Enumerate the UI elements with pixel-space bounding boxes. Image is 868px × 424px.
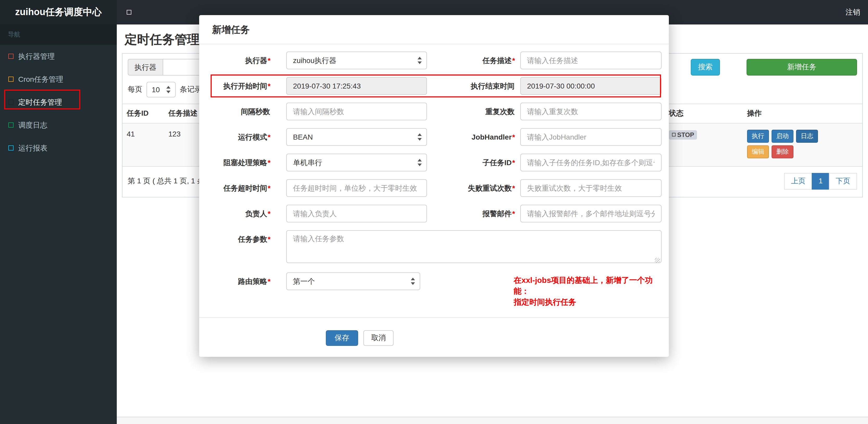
sidebar-item-label: 运行报表: [18, 136, 48, 159]
end-time-input[interactable]: [520, 77, 661, 95]
square-icon: [8, 54, 13, 59]
run-mode-select[interactable]: BEAN: [286, 128, 427, 146]
status-badge: STOP: [669, 130, 697, 139]
alarm-email-label: 报警邮件*: [427, 205, 515, 222]
timeout-label: 任务超时时间*: [212, 179, 271, 197]
start-time-label: 执行开始时间*: [212, 77, 271, 95]
add-task-modal: 新增任务 执行器* zuihou执行器 任务描述* 执行开始时间*: [199, 15, 669, 357]
column-header-status[interactable]: 状态: [665, 104, 743, 123]
job-param-label: 任务参数*: [212, 230, 271, 248]
current-page-button[interactable]: 1: [812, 173, 830, 190]
delete-button[interactable]: 删除: [772, 145, 794, 158]
start-button[interactable]: 启动: [772, 130, 794, 143]
prev-page-button[interactable]: 上页: [784, 173, 812, 190]
job-param-textarea[interactable]: [286, 230, 661, 263]
sidebar-item-label: 调度日志: [18, 113, 48, 136]
job-handler-label: JobHandler*: [427, 128, 515, 146]
route-strategy-label: 路由策略*: [212, 272, 271, 290]
sidebar-item-dispatch-log[interactable]: 调度日志: [0, 113, 117, 136]
square-icon: [8, 99, 13, 105]
select-arrows-icon: [417, 133, 422, 141]
block-strategy-label: 阻塞处理策略*: [212, 154, 271, 171]
executor-select[interactable]: zuihou执行器: [286, 52, 427, 69]
start-time-input[interactable]: [286, 77, 427, 95]
sidebar-item-label: 定时任务管理: [18, 91, 62, 113]
select-arrows-icon: [410, 277, 416, 286]
app-root: zuihou任务调度中心 注销 导航 执行器管理 Cron任务管理 定时任务管理…: [0, 0, 868, 424]
feature-note-line1: 在xxl-jobs项目的基础上，新增了一个功能：: [514, 274, 661, 296]
page-size-value: 10: [152, 86, 160, 94]
feature-note-line2: 指定时间执行任务: [514, 296, 661, 307]
square-icon: [8, 145, 13, 151]
page-size-select[interactable]: 10: [147, 82, 176, 97]
brand-logo[interactable]: zuihou任务调度中心: [0, 0, 117, 25]
square-icon: [8, 122, 13, 128]
executor-label: 执行器*: [212, 52, 271, 69]
sidebar-section-label: 导航: [0, 25, 117, 45]
fail-retry-label: 失败重试次数*: [427, 179, 515, 197]
cell-task-id: 41: [123, 123, 164, 166]
end-time-label: 执行结束时间: [427, 77, 515, 95]
child-job-id-label: 子任务ID*: [427, 154, 515, 171]
cell-actions: 执行 启动 日志 编辑 删除: [743, 123, 862, 166]
length-suffix-label: 条记录: [180, 85, 202, 94]
select-arrows-icon: [417, 158, 422, 167]
pagination: 上页 1 下页: [784, 173, 857, 190]
sidebar-item-label: 执行器管理: [18, 45, 55, 68]
square-icon: [8, 76, 13, 82]
child-job-id-input[interactable]: [520, 154, 661, 171]
cell-status: STOP: [665, 123, 743, 166]
owner-label: 负责人*: [212, 205, 271, 222]
logout-link[interactable]: 注销: [845, 0, 860, 25]
modal-body: 执行器* zuihou执行器 任务描述* 执行开始时间* 执行结束时间: [199, 44, 669, 307]
interval-label: 间隔秒数: [212, 103, 271, 120]
executor-filter-addon: 执行器: [128, 59, 163, 75]
cancel-button[interactable]: 取消: [363, 330, 394, 346]
execute-button[interactable]: 执行: [747, 130, 769, 143]
job-desc-label: 任务描述*: [427, 52, 515, 69]
fail-retry-input[interactable]: [520, 179, 661, 197]
log-button[interactable]: 日志: [796, 130, 818, 143]
stop-square-icon: [672, 133, 676, 136]
modal-footer: 保存 取消: [199, 317, 669, 346]
save-button[interactable]: 保存: [326, 330, 358, 346]
resize-grip-icon[interactable]: [655, 258, 660, 263]
route-strategy-select[interactable]: 第一个: [286, 272, 421, 290]
interval-input[interactable]: [286, 103, 427, 120]
alarm-email-input[interactable]: [520, 205, 661, 222]
modal-title: 新增任务: [199, 15, 669, 44]
select-arrows-icon: [417, 56, 422, 65]
owner-input[interactable]: [286, 205, 427, 222]
length-prefix-label: 每页: [128, 85, 142, 94]
sidebar-item-executor-mgmt[interactable]: 执行器管理: [0, 45, 117, 68]
sidebar-item-timed-task-mgmt[interactable]: 定时任务管理: [0, 91, 117, 113]
sidebar-toggle-icon[interactable]: [127, 10, 131, 14]
add-task-button[interactable]: 新增任务: [747, 59, 857, 75]
feature-note: 在xxl-jobs项目的基础上，新增了一个功能： 指定时间执行任务: [514, 274, 661, 307]
status-text: STOP: [677, 131, 694, 138]
block-strategy-select[interactable]: 单机串行: [286, 154, 427, 171]
timeout-input[interactable]: [286, 179, 427, 197]
repeat-count-input[interactable]: [520, 103, 661, 120]
sidebar-item-run-report[interactable]: 运行报表: [0, 136, 117, 159]
column-header-task-id[interactable]: 任务ID: [123, 104, 164, 123]
sidebar-item-label: Cron任务管理: [18, 68, 63, 91]
select-arrows-icon: [166, 86, 171, 94]
page-footer: [117, 417, 868, 424]
sidebar-item-cron-task-mgmt[interactable]: Cron任务管理: [0, 68, 117, 91]
sidebar: 导航 执行器管理 Cron任务管理 定时任务管理 调度日志 运行报表: [0, 25, 117, 424]
run-mode-label: 运行模式*: [212, 128, 271, 146]
search-button[interactable]: 搜索: [691, 59, 720, 75]
next-page-button[interactable]: 下页: [829, 173, 857, 190]
job-desc-input[interactable]: [520, 52, 661, 69]
column-header-actions[interactable]: 操作: [743, 104, 862, 123]
job-handler-input[interactable]: [520, 128, 661, 146]
repeat-count-label: 重复次数: [427, 103, 515, 120]
edit-button[interactable]: 编辑: [747, 145, 769, 158]
